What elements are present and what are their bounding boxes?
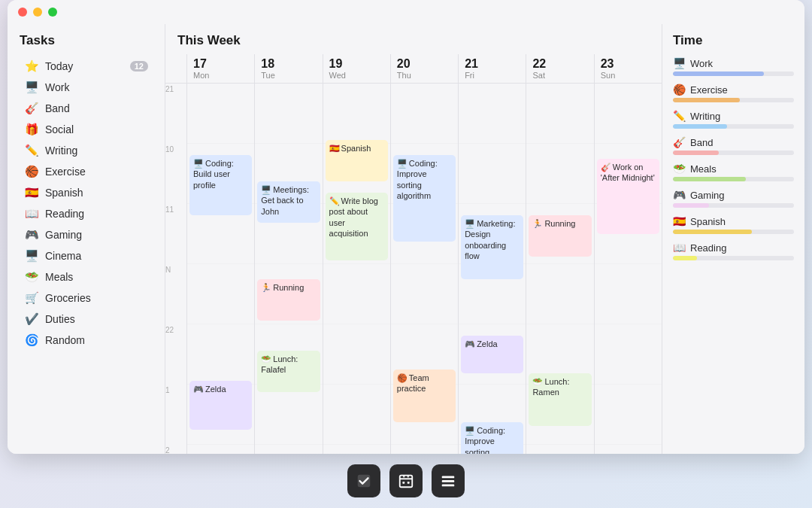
- time-entry-label: 🥗 Meals: [673, 163, 794, 175]
- reading-label: Reading: [45, 208, 148, 220]
- time-entry-label: 📖 Reading: [673, 242, 794, 254]
- duties-emoji: ✔️: [24, 312, 39, 326]
- sidebar-item-exercise[interactable]: 🏀 Exercise: [12, 161, 160, 182]
- social-label: Social: [45, 123, 148, 135]
- calendar-event[interactable]: 🖥️Marketing: Design onboarding flow: [461, 215, 523, 279]
- random-emoji: 🌀: [24, 333, 39, 347]
- calendar-event[interactable]: 🎸Work on 'After Midnight': [597, 159, 659, 234]
- bg-slot: [255, 84, 322, 144]
- band-label: Band: [45, 102, 148, 114]
- day-header-20: 20Thu: [390, 54, 458, 83]
- svg-rect-5: [402, 482, 404, 484]
- calendar-event[interactable]: 🖥️Coding: Build user profile: [189, 155, 252, 215]
- bg-slot: [526, 144, 593, 204]
- sidebar-item-groceries[interactable]: 🛒 Groceries: [12, 287, 160, 309]
- day-header-17: 17Mon: [186, 54, 254, 83]
- checklist-button[interactable]: [347, 464, 380, 497]
- day-column-20: 🖥️Coding: Improve sorting algorithm🏀Team…: [390, 84, 458, 454]
- meals-label: Meals: [45, 271, 148, 283]
- bg-slot: [323, 264, 390, 324]
- time-emoji: ✏️: [673, 110, 686, 122]
- time-bar-fill: [673, 230, 752, 234]
- day-column-19: 🇪🇸Spanish✏️Write blog post about user ac…: [323, 84, 390, 454]
- time-entry-label: 🎮 Gaming: [673, 189, 794, 201]
- sidebar-item-band[interactable]: 🎸 Band: [12, 98, 160, 119]
- bg-slot: [526, 445, 593, 454]
- time-bar-bg: [673, 98, 794, 102]
- sidebar-item-random[interactable]: 🌀 Random: [12, 330, 160, 351]
- dot-red[interactable]: [18, 8, 27, 17]
- day-column-18: 🖥️Meetings: Get back to John🏃Running🥗Lun…: [254, 84, 322, 454]
- time-label: Gaming: [690, 190, 725, 201]
- calendar-event[interactable]: 🖥️Coding: Improve sorting algorithm: [461, 422, 523, 454]
- event-emoji: 🏀: [397, 373, 408, 382]
- event-emoji: 🎮: [465, 339, 475, 348]
- calendar-event[interactable]: 🎮Zelda: [189, 381, 252, 430]
- calendar-event[interactable]: 🖥️Coding: Improve sorting algorithm: [393, 155, 456, 242]
- sidebar-item-spanish[interactable]: 🇪🇸 Spanish: [12, 182, 160, 203]
- time-entry-exercise: 🏀 Exercise: [673, 84, 794, 102]
- calendar-event[interactable]: 🇪🇸Spanish: [326, 140, 388, 181]
- time-bar-fill: [673, 151, 719, 155]
- bg-slot: [595, 324, 662, 385]
- calendar-event[interactable]: 🎮Zelda: [461, 336, 523, 373]
- bg-slot: [255, 445, 322, 454]
- sidebar-item-today[interactable]: ⭐ Today 12: [12, 56, 160, 77]
- app-window: Tasks ⭐ Today 12 🖥️ Work 🎸 Band 🎁 Social…: [8, 0, 804, 454]
- calendar-event[interactable]: 🥗Lunch: Falafel: [257, 351, 320, 392]
- time-bar-fill: [673, 98, 740, 102]
- sidebar-item-social[interactable]: 🎁 Social: [12, 119, 160, 140]
- main-content: Tasks ⭐ Today 12 🖥️ Work 🎸 Band 🎁 Social…: [8, 24, 804, 454]
- time-label: Spanish: [690, 216, 726, 227]
- bg-slot: [391, 84, 458, 144]
- dot-green[interactable]: [48, 8, 57, 17]
- time-entry-work: 🖥️ Work: [673, 57, 794, 76]
- time-slot-21: 21: [165, 84, 186, 144]
- sidebar-item-duties[interactable]: ✔️ Duties: [12, 309, 160, 330]
- time-emoji: 🎸: [673, 136, 686, 148]
- event-emoji: 🎮: [193, 385, 204, 394]
- sidebar-item-gaming[interactable]: 🎮 Gaming: [12, 224, 160, 245]
- event-emoji: 🇪🇸: [329, 144, 340, 153]
- time-emoji: 🖥️: [673, 57, 686, 69]
- titlebar: [8, 0, 804, 24]
- calendar-event[interactable]: 🏃Running: [529, 215, 591, 257]
- bg-slot: [526, 264, 593, 324]
- sidebar-item-writing[interactable]: ✏️ Writing: [12, 140, 160, 161]
- today-badge: 12: [130, 61, 148, 71]
- calendar-event[interactable]: 🏀Team practice: [393, 370, 456, 422]
- event-emoji: ✏️: [329, 196, 340, 205]
- event-text: Spanish: [341, 144, 371, 153]
- writing-emoji: ✏️: [24, 144, 39, 157]
- event-emoji: 🏃: [261, 283, 271, 292]
- bg-slot: [187, 324, 254, 385]
- bg-slot: [595, 385, 662, 445]
- calendar-event[interactable]: ✏️Write blog post about user acquisition: [326, 193, 388, 260]
- time-bar-fill: [673, 177, 746, 181]
- time-entry-label: 🎸 Band: [673, 136, 794, 148]
- calendar-button[interactable]: [389, 464, 423, 497]
- dot-yellow[interactable]: [33, 8, 42, 17]
- sidebar-item-cinema[interactable]: 🖥️ Cinema: [12, 245, 160, 266]
- day-num-20: 20: [397, 57, 452, 71]
- list-button[interactable]: [432, 464, 465, 497]
- time-slot-10: 10: [165, 144, 186, 204]
- day-column-22: 🏃Running🥗Lunch: Ramen: [526, 84, 593, 454]
- sidebar-item-work[interactable]: 🖥️ Work: [12, 77, 160, 98]
- time-bar-bg: [673, 203, 794, 208]
- event-text: Zelda: [205, 385, 226, 394]
- sidebar-item-reading[interactable]: 📖 Reading: [12, 203, 160, 224]
- calendar-event[interactable]: 🥗Lunch: Ramen: [529, 373, 591, 426]
- event-emoji: 🏃: [532, 219, 543, 228]
- time-bar-fill: [673, 256, 697, 260]
- calendar-title: This Week: [165, 24, 662, 54]
- day-num-21: 21: [465, 57, 520, 71]
- time-entry-band: 🎸 Band: [673, 136, 794, 155]
- day-num-17: 17: [193, 57, 248, 71]
- calendar-event[interactable]: 🖥️Meetings: Get back to John: [257, 181, 320, 223]
- time-slot-22: 22: [165, 324, 186, 385]
- groceries-emoji: 🛒: [24, 291, 39, 305]
- sidebar-item-meals[interactable]: 🥗 Meals: [12, 266, 160, 287]
- svg-rect-6: [408, 482, 410, 484]
- calendar-event[interactable]: 🏃Running: [257, 279, 320, 321]
